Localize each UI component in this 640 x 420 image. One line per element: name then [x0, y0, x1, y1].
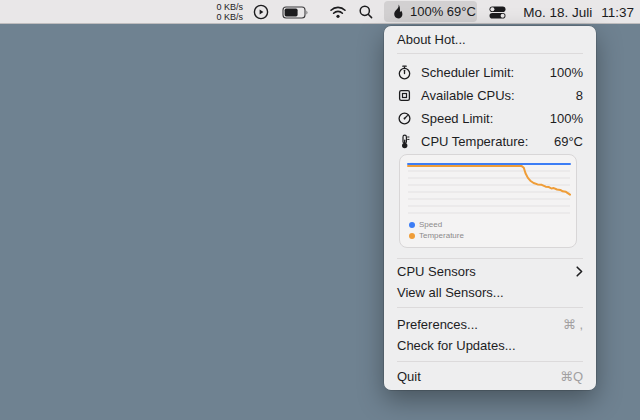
chart-legend: Speed Temperature [409, 220, 464, 240]
menu-separator [397, 53, 583, 54]
control-center-menubar-item[interactable] [486, 0, 508, 24]
clock-menubar-item[interactable]: Mo. 18. Juli 11:37 [523, 0, 634, 24]
wifi-icon [329, 5, 347, 19]
about-label: About Hot... [397, 32, 466, 47]
quit-label: Quit [397, 369, 560, 384]
stat-label: Available CPUs: [421, 88, 576, 103]
stat-label: Speed Limit: [421, 111, 550, 126]
gauge-icon [397, 111, 412, 126]
stat-value: 69°C [554, 134, 583, 149]
stat-row-available-cpus: Available CPUs: 8 [384, 84, 596, 106]
stat-value: 8 [576, 88, 583, 103]
view-all-sensors-label: View all Sensors... [397, 285, 504, 300]
time-label: 11:37 [601, 5, 634, 20]
stat-row-scheduler-limit: Scheduler Limit: 100% [384, 61, 596, 83]
menu-separator [397, 307, 583, 308]
control-center-icon [489, 6, 506, 19]
thermometer-icon [397, 134, 412, 149]
menu-item-about[interactable]: About Hot... [384, 29, 596, 50]
stat-label: Scheduler Limit: [421, 65, 550, 80]
hot-menubar-item[interactable]: 100% 69°C [384, 1, 477, 22]
menu-item-quit[interactable]: Quit ⌘Q [384, 366, 596, 387]
legend-row-speed: Speed [409, 220, 464, 229]
hot-dropdown-menu: About Hot... Scheduler Limit: 100% Avail… [384, 26, 596, 390]
stopwatch-icon [397, 65, 412, 80]
temperature-legend-dot [409, 233, 415, 239]
quit-shortcut: ⌘Q [560, 369, 583, 384]
play-icon [253, 4, 269, 20]
net-up-label: 0 KB/s [216, 2, 243, 12]
search-icon [358, 4, 374, 20]
menu-item-view-all-sensors[interactable]: View all Sensors... [384, 282, 596, 303]
menu-item-cpu-sensors[interactable]: CPU Sensors [384, 261, 596, 282]
stat-row-speed-limit: Speed Limit: 100% [384, 107, 596, 129]
cpu-sensors-label: CPU Sensors [397, 264, 576, 279]
menu-item-preferences[interactable]: Preferences... ⌘ , [384, 314, 596, 335]
flame-icon [392, 4, 404, 19]
stat-label: CPU Temperature: [421, 134, 554, 149]
chevron-right-icon [576, 266, 583, 277]
stat-value: 100% [550, 111, 583, 126]
date-label: Mo. 18. Juli [523, 5, 592, 20]
preferences-label: Preferences... [397, 317, 563, 332]
menu-item-check-for-updates[interactable]: Check for Updates... [384, 335, 596, 356]
speed-legend-dot [409, 222, 415, 228]
check-for-updates-label: Check for Updates... [397, 338, 516, 353]
net-down-label: 0 KB/s [216, 12, 243, 22]
preferences-shortcut: ⌘ , [563, 317, 583, 332]
battery-menubar-item[interactable] [280, 0, 312, 24]
spotlight-menubar-item[interactable] [355, 0, 377, 24]
wifi-menubar-item[interactable] [327, 0, 349, 24]
cpu-history-chart: Speed Temperature [399, 154, 577, 248]
stat-value: 100% [550, 65, 583, 80]
battery-icon [282, 6, 310, 19]
speed-legend-label: Speed [419, 220, 442, 229]
network-speed-item[interactable]: 0 KB/s 0 KB/s [198, 0, 243, 24]
legend-row-temperature: Temperature [409, 231, 464, 240]
menubar: 0 KB/s 0 KB/s [0, 0, 640, 24]
cpu-icon [397, 88, 412, 103]
stat-row-cpu-temperature: CPU Temperature: 69°C [384, 130, 596, 152]
menu-separator [397, 258, 583, 259]
playback-menubar-item[interactable] [251, 0, 271, 24]
hot-menubar-label: 100% 69°C [410, 4, 476, 19]
menu-separator [397, 361, 583, 362]
temperature-legend-label: Temperature [419, 231, 464, 240]
